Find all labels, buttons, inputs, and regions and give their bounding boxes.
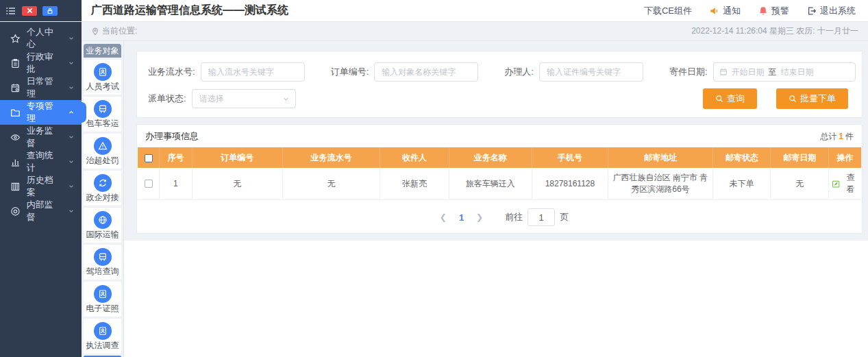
lock-button[interactable]	[42, 6, 58, 16]
id-badge-icon	[94, 322, 112, 340]
serial-input[interactable]	[201, 62, 305, 82]
bus-icon	[94, 248, 112, 266]
calendar-icon	[10, 83, 21, 93]
search-icon	[715, 95, 723, 103]
select-all-checkbox[interactable]	[145, 154, 153, 162]
target-icon	[10, 206, 21, 217]
row-checkbox[interactable]	[145, 180, 153, 188]
table-panel: 办理事项信息 总计1件	[136, 124, 863, 234]
bell-icon	[758, 6, 768, 16]
edit-icon	[832, 180, 840, 188]
alert-link[interactable]: 预警	[758, 5, 789, 17]
breadcrumb: 当前位置:	[102, 25, 137, 37]
sidebar-item-query-statistics[interactable]: 查询统计	[0, 149, 82, 174]
globe-icon	[94, 211, 112, 229]
sidebar-item-history-archive[interactable]: 历史档案	[0, 174, 82, 199]
handler-input[interactable]	[539, 62, 643, 82]
submenu-item-gov-enterprise[interactable]: 政企对接	[84, 171, 121, 206]
submenu-item-charter-bus[interactable]: 包车客运	[84, 97, 121, 132]
id-badge-icon	[94, 285, 112, 303]
chevron-down-icon	[68, 60, 75, 66]
sync-icon	[94, 174, 112, 192]
id-badge-icon	[94, 63, 112, 81]
sidebar-item-admin-approval[interactable]: 行政审批	[0, 51, 82, 75]
sidebar-header	[0, 0, 82, 21]
total-count: 总计1件	[820, 131, 854, 143]
date-to-label: 至	[769, 66, 777, 78]
prev-page-button[interactable]: ❮	[440, 212, 447, 222]
cell-address: 广西壮族自治区 南宁市 青秀区滨湖路66号	[608, 168, 712, 200]
chevron-down-icon	[68, 35, 75, 42]
order-label: 订单编号:	[331, 66, 369, 78]
top-bar: 广西道路运输管理信息系统——测试系统 下载CE组件 通知 预警 退出系统	[0, 0, 868, 22]
cell-order: 无	[192, 168, 282, 200]
table-header-row: 序号 订单编号 业务流水号 收件人 业务名称 手机号 邮寄地址 邮寄状态 邮寄日	[138, 147, 861, 168]
end-date-placeholder: 结束日期	[781, 66, 814, 78]
view-link[interactable]: 查看	[832, 172, 858, 195]
calendar-icon	[719, 68, 728, 76]
submenu-tag: 业务对象	[84, 44, 121, 58]
sidebar-item-daily-management[interactable]: 日常管理	[0, 75, 82, 100]
next-page-button[interactable]: ❯	[476, 212, 483, 222]
submenu-item-overload-penalty[interactable]: 治超处罚	[84, 134, 121, 169]
start-date-placeholder: 开始日期	[732, 66, 765, 78]
sidebar-item-special-management[interactable]: 专项管理	[0, 100, 82, 125]
handler-label: 办理人:	[504, 66, 534, 78]
notify-link[interactable]: 通知	[710, 5, 741, 17]
order-input[interactable]	[374, 62, 478, 82]
speaker-icon	[710, 6, 719, 16]
submenu-strip: 业务对象 人员考试 包车客运 治超处罚 政企	[82, 41, 124, 357]
main-sidebar: 个人中心 行政审批 日常管理 专项管理 业务监督	[0, 22, 82, 357]
warning-icon	[94, 137, 112, 155]
location-pin-icon	[91, 27, 99, 36]
submenu-item-e-certificate[interactable]: 电子证照	[84, 282, 121, 317]
main-content: 业务流水号: 订单编号: 办理人:	[124, 41, 868, 357]
sidebar-item-personal-center[interactable]: 个人中心	[0, 26, 82, 51]
pagination: ❮ 1 ❯ 前往 页	[137, 208, 862, 226]
senddate-range-picker[interactable]: 开始日期 至 结束日期	[713, 62, 856, 82]
table-row: 1 无 无 张新亮 旅客车辆迁入 18278161128 广西壮族自治区 南宁市…	[138, 168, 861, 200]
submenu-item-law-enforcement-investigation[interactable]: 执法调查	[84, 319, 121, 354]
cell-serial: 无	[282, 168, 380, 200]
batch-order-button[interactable]: 批量下单	[776, 88, 848, 109]
chevron-down-icon	[282, 95, 290, 103]
cell-recipient: 张新亮	[380, 168, 449, 200]
breadcrumb-bar: 当前位置: 2022-12-14 11:26:04 星期三 农历: 十一月廿一	[82, 22, 868, 41]
hamburger-menu-icon[interactable]	[5, 5, 16, 16]
records-table: 序号 订单编号 业务流水号 收件人 业务名称 手机号 邮寄地址 邮寄状态 邮寄日	[138, 147, 861, 200]
bar-chart-icon	[10, 157, 21, 167]
sidebar-item-internal-supervision[interactable]: 内部监督	[0, 199, 82, 223]
star-icon	[10, 34, 21, 44]
page-suffix-label: 页	[560, 211, 569, 223]
logout-icon	[807, 6, 817, 16]
eye-icon	[10, 132, 21, 143]
current-page[interactable]: 1	[459, 212, 464, 223]
close-tab-button[interactable]	[22, 6, 37, 16]
dispatch-label: 派单状态:	[148, 93, 186, 105]
submenu-item-personnel-exam[interactable]: 人员考试	[84, 60, 121, 95]
clipboard-icon	[10, 58, 21, 69]
search-button[interactable]: 查询	[703, 88, 757, 109]
download-ce-link[interactable]: 下载CE组件	[644, 5, 692, 17]
top-links: 下载CE组件 通知 预警 退出系统	[644, 0, 868, 21]
submenu-item-international-transport[interactable]: 国际运输	[84, 208, 121, 243]
chevron-down-icon	[68, 208, 75, 214]
senddate-label: 寄件日期:	[669, 66, 708, 78]
chevron-down-icon	[68, 84, 75, 91]
chevron-down-icon	[68, 183, 75, 190]
dispatch-status-select[interactable]: 请选择	[192, 89, 296, 108]
archive-icon	[10, 182, 21, 192]
folder-icon	[10, 108, 21, 118]
cell-date: 无	[771, 168, 828, 200]
submenu-item-driver-training-query[interactable]: 驾培查询	[84, 245, 121, 280]
goto-page-input[interactable]	[528, 208, 555, 226]
chevron-down-icon	[68, 158, 75, 165]
table-title: 办理事项信息	[145, 130, 199, 143]
cell-phone: 18278161128	[532, 168, 608, 200]
page-title: 广西道路运输管理信息系统——测试系统	[82, 0, 644, 21]
sidebar-item-business-supervision[interactable]: 业务监督	[0, 125, 82, 149]
cell-seq: 1	[160, 168, 193, 200]
cell-biz: 旅客车辆迁入	[449, 168, 532, 200]
logout-link[interactable]: 退出系统	[807, 5, 856, 17]
search-icon	[789, 95, 797, 103]
